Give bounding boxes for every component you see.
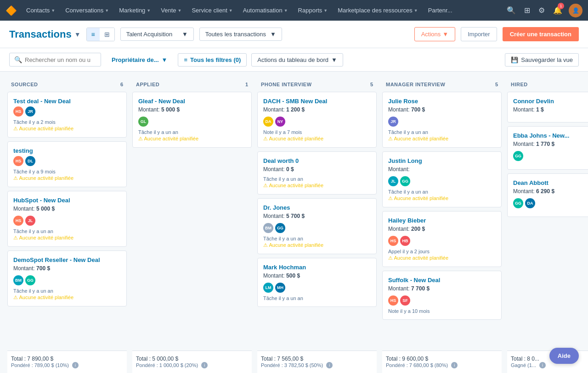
page-title-chevron[interactable]: ▼ bbox=[74, 31, 81, 38]
col-header-applied: APPLIED1 bbox=[132, 79, 252, 92]
save-icon: 💾 bbox=[511, 56, 518, 63]
nav-automatisation[interactable]: Automatisation ▼ bbox=[238, 0, 293, 21]
all-filters-button[interactable]: ≡ Tous les filtres (0) bbox=[178, 53, 247, 67]
nav-service[interactable]: Service client ▼ bbox=[187, 0, 237, 21]
nav-service-chevron: ▼ bbox=[229, 8, 233, 13]
card-hired-2[interactable]: Dean Abbott Montant: 6 290 $ GGDA bbox=[507, 173, 588, 217]
notification-badge: 1 bbox=[558, 3, 564, 9]
col-count-phone_interview: 5 bbox=[370, 82, 373, 87]
help-button[interactable]: Aide bbox=[549, 348, 579, 364]
card-title-applied-0: Gleaf - New Deal bbox=[138, 98, 246, 105]
col-footer-phone_interview: Total : 7 565,00 $ Pondéré : 3 782,50 $ … bbox=[257, 351, 377, 373]
nav-rapports[interactable]: Rapports ▼ bbox=[294, 0, 333, 21]
owner-filter-button[interactable]: Propriétaire de... ▼ bbox=[106, 53, 173, 67]
search-box[interactable]: 🔍 bbox=[9, 53, 101, 67]
pipeline-value: Talent Acquisition bbox=[126, 31, 172, 38]
card-hired-0[interactable]: Connor Devlin Montant: 1 $ bbox=[507, 92, 588, 122]
card-manager_interview-3[interactable]: Suffolk - New Deal Montant: 7 700 $ HSSF… bbox=[382, 271, 502, 320]
col-footer-applied: Total : 5 000,00 $ Pondéré : 1 000,00 $ … bbox=[132, 351, 252, 373]
view-grid-button[interactable]: ⊞ bbox=[100, 28, 114, 41]
settings-button[interactable]: ⚙ bbox=[535, 0, 548, 21]
card-hired-1[interactable]: Ebba Johns - New... Montant: 1 770 $ GG bbox=[507, 126, 588, 170]
card-manager_interview-1[interactable]: Justin Long Montant: JLGG Tâche il y a u… bbox=[382, 151, 502, 207]
card-amount-manager_interview-3: Montant: 7 700 $ bbox=[388, 285, 496, 292]
info-icon-manager_interview[interactable]: i bbox=[451, 362, 458, 368]
nav-contacts[interactable]: Contacts ▼ bbox=[22, 0, 60, 21]
nav-marketplace[interactable]: Marketplace des ressources ▼ bbox=[333, 0, 423, 21]
card-manager_interview-0[interactable]: Julie Rose Montant: 700 $ JR Tâche il y … bbox=[382, 92, 502, 148]
card-phone_interview-3[interactable]: Mark Hochman Montant: 500 $ LMMH Tâche i… bbox=[257, 258, 377, 307]
card-avatars-hired-2: GGDA bbox=[513, 198, 588, 208]
kanban-wrapper: SOURCED6 Test deal - New Deal HSJR Tâche… bbox=[0, 72, 588, 373]
avatar-hired-2-0: GG bbox=[513, 198, 523, 208]
card-activity-manager_interview-0: Tâche il y a un an bbox=[388, 129, 496, 135]
nav-marketing[interactable]: Marketing ▼ bbox=[114, 0, 155, 21]
kanban-board: SOURCED6 Test deal - New Deal HSJR Tâche… bbox=[0, 72, 588, 373]
avatar-phone_interview-0-0: DA bbox=[263, 117, 273, 127]
card-activity-manager_interview-1: Tâche il y a un an bbox=[388, 189, 496, 195]
board-actions-chevron: ▼ bbox=[331, 56, 337, 63]
avatar-sourced-1-0: HS bbox=[13, 156, 23, 166]
card-avatars-manager_interview-1: JLGG bbox=[388, 176, 496, 186]
card-amount-manager_interview-0: Montant: 700 $ bbox=[388, 106, 496, 113]
nav-partenaires[interactable]: Partenr... bbox=[424, 0, 457, 21]
card-title-phone_interview-1: Deal worth 0 bbox=[263, 157, 371, 164]
card-phone_interview-1[interactable]: Deal worth 0 Montant: 0 $ Tâche il y a u… bbox=[257, 151, 377, 195]
nav-conversations[interactable]: Conversations ▼ bbox=[61, 0, 113, 21]
card-sourced-2[interactable]: HubSpot - New Deal Montant: 5 000 $ HSJL… bbox=[7, 191, 127, 247]
card-warning-manager_interview-2: ⚠ Aucune activité planifiée bbox=[388, 255, 496, 261]
col-count-applied: 1 bbox=[245, 82, 248, 87]
card-sourced-1[interactable]: testing HSDL Tâche il y a 9 mois ⚠ Aucun… bbox=[7, 141, 127, 187]
avatar-manager_interview-1-0: JL bbox=[388, 176, 398, 186]
hubspot-logo[interactable]: 🔶 bbox=[6, 5, 17, 16]
card-warning-applied-0: ⚠ Aucune activité planifiée bbox=[138, 136, 246, 142]
card-avatars-manager_interview-0: JR bbox=[388, 117, 496, 127]
import-button[interactable]: Importer bbox=[461, 27, 497, 41]
card-amount-phone_interview-3: Montant: 500 $ bbox=[263, 273, 371, 279]
create-deal-button[interactable]: Créer une transaction bbox=[503, 27, 579, 41]
avatar-sourced-2-0: HS bbox=[13, 216, 23, 226]
pipeline-chevron: ▼ bbox=[182, 31, 188, 38]
card-sourced-0[interactable]: Test deal - New Deal HSJR Tâche il y a 2… bbox=[7, 92, 127, 138]
info-icon-hired[interactable]: i bbox=[539, 362, 546, 368]
card-sourced-3[interactable]: DemoSpot Reseller - New Deal Montant: 70… bbox=[7, 251, 127, 306]
col-header-sourced: SOURCED6 bbox=[7, 79, 127, 92]
info-icon-phone_interview[interactable]: i bbox=[326, 362, 333, 368]
avatar-phone_interview-3-0: LM bbox=[263, 283, 273, 293]
cards-manager_interview: Julie Rose Montant: 700 $ JR Tâche il y … bbox=[382, 92, 502, 347]
card-amount-hired-0: Montant: 1 $ bbox=[513, 106, 588, 113]
pipeline-select[interactable]: Talent Acquisition ▼ bbox=[120, 28, 194, 41]
save-view-button[interactable]: 💾 Sauvegarder la vue bbox=[505, 53, 579, 67]
avatar-sourced-1-1: DL bbox=[25, 156, 35, 166]
card-phone_interview-0[interactable]: DACH - SMB New Deal Montant: 1 200 $ DAN… bbox=[257, 92, 377, 148]
apps-button[interactable]: ⊞ bbox=[520, 0, 534, 21]
col-title-hired: HIRED bbox=[511, 82, 528, 87]
col-weighted-applied: Pondéré : 1 000,00 $ (20%) i bbox=[136, 362, 248, 368]
user-avatar[interactable]: 👤 bbox=[569, 4, 582, 17]
card-phone_interview-2[interactable]: Dr. Jones Montant: 5 700 $ BMGG Tâche il… bbox=[257, 198, 377, 254]
actions-button[interactable]: Actions ▼ bbox=[414, 27, 456, 41]
card-applied-0[interactable]: Gleaf - New Deal Montant: 5 000 $ GL Tâc… bbox=[132, 92, 252, 148]
card-amount-hired-2: Montant: 6 290 $ bbox=[513, 188, 588, 195]
board-actions-button[interactable]: Actions du tableau de bord ▼ bbox=[251, 53, 343, 67]
nav-marketing-chevron: ▼ bbox=[147, 8, 151, 13]
col-header-manager_interview: MANAGER INTERVIEW5 bbox=[382, 79, 502, 92]
avatar-phone_interview-3-1: MH bbox=[275, 283, 285, 293]
search-nav-button[interactable]: 🔍 bbox=[503, 0, 520, 21]
info-icon-applied[interactable]: i bbox=[201, 362, 208, 368]
avatar-sourced-0-0: HS bbox=[13, 106, 23, 117]
col-count-sourced: 6 bbox=[120, 82, 123, 87]
card-manager_interview-2[interactable]: Hailey Bieber Montant: 200 $ HSHB Appel … bbox=[382, 211, 502, 267]
avatar-sourced-2-1: JL bbox=[25, 216, 35, 226]
col-weighted-hired: Gagné (1... i bbox=[511, 362, 588, 368]
nav-vente[interactable]: Vente ▼ bbox=[156, 0, 186, 21]
transactions-filter-select[interactable]: Toutes les transactions ▼ bbox=[199, 28, 282, 41]
info-icon-sourced[interactable]: i bbox=[72, 362, 79, 368]
notifications-button[interactable]: 🔔 1 bbox=[549, 0, 566, 21]
view-list-button[interactable]: ≡ bbox=[87, 28, 100, 41]
transactions-filter-chevron: ▼ bbox=[270, 31, 276, 38]
card-warning-sourced-0: ⚠ Aucune activité planifiée bbox=[13, 126, 121, 132]
nav-vente-chevron: ▼ bbox=[178, 8, 182, 13]
search-input[interactable] bbox=[25, 56, 94, 63]
card-activity-sourced-2: Tâche il y a un an bbox=[13, 228, 121, 234]
